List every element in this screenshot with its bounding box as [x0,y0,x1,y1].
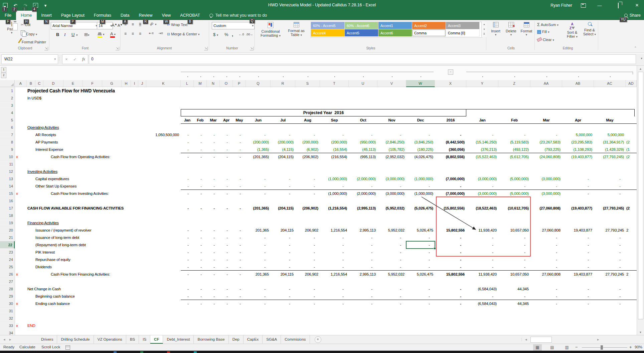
cell-style-accent5[interactable]: Accent5 [345,29,378,37]
align-center-button[interactable]: ≡ [132,31,134,36]
cell-O10[interactable]: - [220,153,233,160]
decrease-indent-button[interactable]: ⇤≡ [149,31,154,35]
decrease-decimal-button[interactable]: .00→ [246,33,253,36]
cell-S20[interactable]: 206,902 [295,227,320,234]
namebox-splitter[interactable]: ⋮ [57,57,61,61]
row-header-18[interactable]: 18 [0,212,15,219]
view-page-break-button[interactable]: ▥ [562,344,571,351]
gallery-scroll-up[interactable]: ▴ [481,22,487,27]
cell-L23[interactable]: - [181,249,194,256]
sheet-tab-drivers[interactable]: Drivers [37,335,57,344]
cell-X10[interactable]: (8,802,556) [435,153,466,160]
cell-R7[interactable]: - [271,131,295,138]
cell-AD10[interactable]: (2 [626,153,637,160]
cell-O9[interactable]: - [220,146,233,153]
cell-Q15[interactable]: - [246,190,271,197]
row-header-23[interactable]: 23 [0,249,15,256]
cell-M17[interactable]: - [194,205,207,212]
cell-Q29[interactable]: - [246,293,271,300]
borders-button[interactable]: ⊞▾ [84,32,89,37]
cell-U23[interactable]: - [349,249,377,256]
bold-button[interactable]: B [56,32,59,37]
column-header-I[interactable]: I [131,80,138,87]
cell-S14[interactable]: - [295,183,320,190]
cell-Y22[interactable]: - [466,241,498,249]
confirm-entry-icon[interactable]: ✓ [73,57,76,62]
column-header-A[interactable]: A [15,80,27,87]
number-dialog-launcher[interactable]: ↘ [250,47,254,50]
cell-P24[interactable]: - [233,256,246,263]
cell-Y14[interactable]: - [466,183,498,190]
cell-V29[interactable]: - [377,293,406,300]
row-header-8[interactable]: 8 [0,138,15,146]
row-header-13[interactable]: 13 [0,175,15,183]
cell-Q21[interactable]: - [246,234,271,241]
cell-R28[interactable]: - [271,285,295,293]
cell-L21[interactable]: - [181,234,194,241]
ribbon-tab-data[interactable]: DataA [116,11,134,20]
cell-AB25[interactable]: - [562,263,594,271]
cell-P30[interactable]: - [233,300,246,307]
cell-V20[interactable]: 5,952,032 [377,227,406,234]
cell-style-accent3[interactable]: Accent3 [446,22,480,29]
row-header-20[interactable]: 20 [0,227,15,234]
cell-AA20[interactable]: 27,060,808 [530,227,562,234]
cell-AA13[interactable]: (3,000,000) [530,175,562,183]
cell-R5[interactable]: Jul [271,116,295,124]
cell-K7[interactable]: 1,050,500,000 [146,131,181,138]
cell-O29[interactable]: - [220,293,233,300]
close-button[interactable]: × [632,2,642,9]
cell-AC14[interactable]: - [594,183,626,190]
cell-L10[interactable]: - [181,153,194,160]
cell-W15[interactable]: (1,000,000) [406,190,435,197]
cell-U22[interactable]: - [349,241,377,249]
row-header-21[interactable]: 21 [0,234,15,241]
column-header-L[interactable]: L [181,80,194,87]
conditional-formatting-button[interactable]: Conditional Formatting ▾ [257,22,284,37]
cell-R30[interactable]: - [271,300,295,307]
sheet-nav-left-icon[interactable]: ◂ [3,335,5,344]
cell-Q14[interactable]: - [246,183,271,190]
cell-V9[interactable]: (105,782) [377,146,406,153]
cell-S7[interactable]: - [295,131,320,138]
cell-X20[interactable]: 15,802,556 [435,227,466,234]
sheet-tab-dep[interactable]: Dep [229,335,244,344]
cell-M14[interactable]: - [194,183,207,190]
cell-M20[interactable]: - [194,227,207,234]
cell-U28[interactable]: - [349,285,377,293]
cell-Q30[interactable]: - [246,300,271,307]
cell-O15[interactable]: - [220,190,233,197]
cell-M22[interactable]: - [194,241,207,249]
cell-Y23[interactable]: - [466,249,498,256]
decrease-font-button[interactable]: A▼ [118,23,123,27]
cell-U13[interactable]: (2,000,000) [349,175,377,183]
cell-Z23[interactable]: - [498,249,530,256]
cell-Y7[interactable]: - [466,131,498,138]
cell-AD8[interactable]: (2 [626,138,637,146]
cell-N8[interactable]: - [207,138,220,146]
cell-T29[interactable]: - [320,293,349,300]
vertical-scrollbar[interactable]: ▴ ▾ [637,66,644,335]
cell-N28[interactable]: - [207,285,220,293]
column-header-Y[interactable]: Y [466,80,498,87]
cell-AC26[interactable]: 27,793,245 [594,271,626,278]
cell-Z24[interactable]: - [498,256,530,263]
cell-X5[interactable]: 2016 [435,116,466,124]
vertical-scroll-thumb[interactable] [638,72,643,319]
cell-X24[interactable]: - [435,256,466,263]
cell-AC17[interactable]: (27,793,245) [594,205,626,212]
cell-AA24[interactable]: - [530,256,562,263]
column-header-F[interactable]: F [83,80,102,87]
clipboard-dialog-launcher[interactable]: ↘ [44,47,48,50]
cell-P28[interactable]: - [233,285,246,293]
cell-P17[interactable]: - [233,205,246,212]
ribbon-tab-view[interactable]: ViewW [157,11,175,20]
row-header-30[interactable]: 30 [0,300,15,307]
cell-W17[interactable]: (5,026,475) [406,205,435,212]
sheet-tab-capex[interactable]: CapEx [244,335,263,344]
cell-Q22[interactable]: - [246,241,271,249]
tab-splitter[interactable]: ⋮ [520,335,523,344]
cell-V5[interactable]: Nov [377,116,406,124]
cell-S5[interactable]: Aug [295,116,320,124]
cell-W8[interactable]: (3,846,250) [406,138,435,146]
